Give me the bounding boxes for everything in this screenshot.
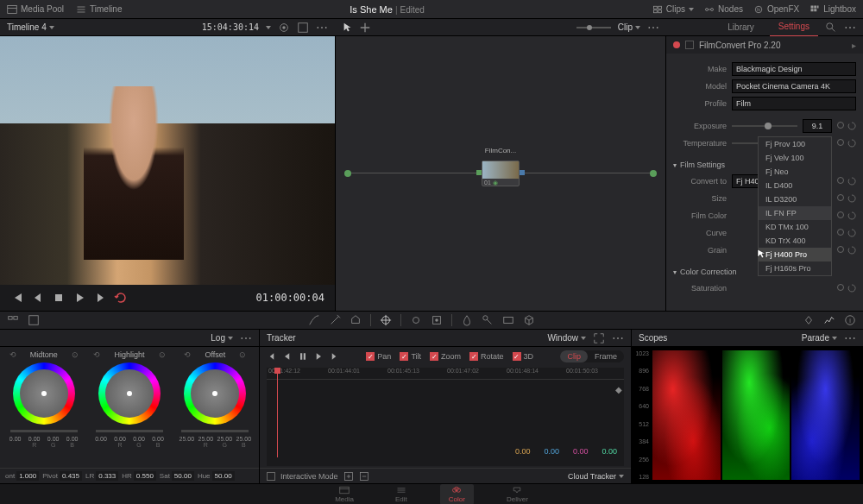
wheel-picker-icon[interactable]: ⊙ bbox=[72, 350, 79, 359]
track-rev-icon[interactable] bbox=[282, 351, 293, 362]
next-frame-icon[interactable] bbox=[93, 291, 107, 305]
scopes-icon[interactable] bbox=[823, 314, 835, 326]
luts-icon[interactable] bbox=[28, 314, 40, 326]
pan-tool-icon[interactable] bbox=[359, 22, 371, 34]
rotate-checkbox[interactable]: ✓ bbox=[469, 352, 478, 361]
key-icon[interactable] bbox=[482, 314, 494, 326]
render-cache-icon[interactable] bbox=[278, 22, 290, 34]
cloud-tracker-select[interactable]: Cloud Tracker bbox=[568, 472, 624, 481]
media-pool-btn[interactable]: Media Pool bbox=[7, 4, 64, 15]
sizing-icon[interactable] bbox=[502, 314, 514, 326]
dropdown-item[interactable]: IL D400 bbox=[759, 179, 831, 192]
reset-icon[interactable] bbox=[847, 246, 856, 255]
keyframes-icon[interactable] bbox=[803, 314, 815, 326]
keyframe-icon[interactable] bbox=[837, 122, 844, 129]
wheel-value[interactable]: 0.00 bbox=[149, 436, 167, 442]
settings-tab[interactable]: Settings bbox=[770, 18, 818, 36]
node-output[interactable] bbox=[650, 170, 657, 177]
profile-select[interactable]: Film bbox=[732, 97, 856, 110]
deliver-page-tab[interactable]: Deliver bbox=[498, 484, 537, 505]
plugin-bypass[interactable] bbox=[685, 41, 694, 49]
frame-mode-btn[interactable]: Frame bbox=[588, 350, 624, 362]
wheel-value[interactable]: 0.00 bbox=[130, 436, 148, 442]
edit-page-tab[interactable]: Edit bbox=[387, 484, 416, 505]
clip-selector[interactable]: Clip bbox=[618, 22, 640, 32]
openfx-btn[interactable]: fxOpenFX bbox=[753, 4, 799, 15]
wheels-menu[interactable]: ⋯ bbox=[240, 331, 252, 345]
timeline-btn[interactable]: Timeline bbox=[76, 4, 122, 15]
dropdown-item[interactable]: Fj Prov 100 bbox=[759, 137, 831, 151]
sat-value[interactable]: 50.00 bbox=[172, 471, 194, 481]
reset-icon[interactable] bbox=[847, 177, 856, 186]
crosshair-icon[interactable] bbox=[380, 314, 392, 326]
track-fwd-all-icon[interactable] bbox=[329, 351, 339, 362]
wheel-value[interactable]: 0.00 bbox=[111, 436, 129, 442]
wheel-y-slider[interactable] bbox=[96, 430, 163, 432]
color-wheel-midtone[interactable] bbox=[13, 362, 75, 425]
wheel-value[interactable]: 0.00 bbox=[7, 436, 24, 442]
wheel-value[interactable]: 0.00 bbox=[45, 436, 62, 442]
wheel-reset-icon[interactable]: ⟲ bbox=[9, 350, 16, 359]
wheel-value[interactable]: 25.00 bbox=[235, 436, 252, 442]
wheel-reset-icon[interactable]: ⟲ bbox=[93, 350, 100, 359]
viewer-image[interactable] bbox=[0, 36, 335, 285]
dropdown-item[interactable]: Fj Velv 100 bbox=[759, 151, 831, 165]
keyframe-icon[interactable] bbox=[837, 211, 844, 218]
wheel-y-slider[interactable] bbox=[10, 430, 78, 432]
wheel-value[interactable]: 25.00 bbox=[178, 436, 195, 442]
color-wheel-offset[interactable] bbox=[184, 362, 246, 425]
dropdown-item[interactable]: KD TMx 100 bbox=[759, 220, 831, 234]
wand-icon[interactable] bbox=[329, 314, 341, 326]
scopes-mode-select[interactable]: Parade bbox=[802, 333, 837, 343]
window-icon[interactable] bbox=[410, 314, 422, 326]
track-pause-icon[interactable] bbox=[298, 351, 308, 362]
tracker-menu[interactable]: ⋯ bbox=[612, 331, 624, 345]
media-page-tab[interactable]: Media bbox=[326, 484, 362, 505]
contrast-value[interactable]: 1.000 bbox=[16, 471, 39, 481]
loop-icon[interactable] bbox=[114, 291, 128, 305]
keyframe-icon[interactable] bbox=[837, 194, 844, 201]
reset-icon[interactable] bbox=[847, 194, 856, 203]
node-input[interactable] bbox=[344, 170, 351, 177]
node[interactable]: 01 ◉ bbox=[482, 161, 520, 186]
wheel-y-slider[interactable] bbox=[181, 430, 249, 432]
color-wheel-highlight[interactable] bbox=[98, 362, 161, 425]
plugin-expand-icon[interactable]: ▸ bbox=[852, 41, 856, 50]
curves-icon[interactable] bbox=[308, 314, 320, 326]
hue-value[interactable]: 50.00 bbox=[212, 471, 235, 481]
wheel-value[interactable]: 25.00 bbox=[216, 436, 233, 442]
keyframe-icon[interactable] bbox=[837, 246, 844, 253]
keyframe-icon[interactable] bbox=[837, 139, 844, 146]
tracker-mode-select[interactable]: Window bbox=[547, 333, 586, 343]
wheels-mode-select[interactable]: Log bbox=[211, 333, 233, 343]
timeline-selector[interactable]: Timeline 4 bbox=[7, 22, 54, 32]
play-icon[interactable] bbox=[72, 291, 86, 305]
node-graph[interactable]: FilmCon... 01 ◉ bbox=[335, 36, 666, 311]
add-point-icon[interactable]: ◆ bbox=[615, 385, 622, 394]
first-frame-icon[interactable] bbox=[10, 291, 24, 305]
model-select[interactable]: Pocket Cinema Camera 4K bbox=[732, 79, 856, 93]
dropdown-item[interactable]: Fj Neo bbox=[759, 165, 831, 179]
plugin-enable-toggle[interactable] bbox=[673, 41, 680, 48]
make-select[interactable]: Blackmagic Design bbox=[732, 62, 856, 76]
keyframe-icon[interactable] bbox=[837, 177, 844, 184]
wheel-reset-icon[interactable]: ⟲ bbox=[184, 350, 191, 359]
dropdown-item[interactable]: KD TrX 400 bbox=[759, 234, 831, 248]
wheel-value[interactable]: 25.00 bbox=[197, 436, 214, 442]
tracker-timeline[interactable]: 00:01:42:1200:01:44:0100:01:45:1300:01:4… bbox=[267, 368, 624, 466]
panel-menu[interactable]: ⋯ bbox=[844, 21, 856, 35]
3d-checkbox[interactable]: ✓ bbox=[513, 352, 521, 361]
expand-icon[interactable] bbox=[297, 22, 309, 34]
nodes-btn[interactable]: Nodes bbox=[704, 4, 743, 15]
exposure-value[interactable]: 9.1 bbox=[803, 119, 832, 133]
dropdown-item[interactable]: Fj H160s Pro bbox=[759, 261, 831, 275]
interactive-checkbox[interactable] bbox=[267, 472, 275, 481]
clips-btn[interactable]: Clips bbox=[652, 4, 694, 15]
zoom-checkbox[interactable]: ✓ bbox=[430, 352, 438, 361]
wheel-picker-icon[interactable]: ⊙ bbox=[239, 350, 246, 359]
pointer-tool-icon[interactable] bbox=[342, 22, 354, 34]
keyframe-icon[interactable] bbox=[837, 284, 844, 291]
scopes-menu[interactable]: ⋯ bbox=[844, 331, 856, 345]
dropdown-item[interactable]: Fj H400 Pro bbox=[759, 248, 831, 261]
tracker-icon[interactable] bbox=[431, 314, 443, 326]
